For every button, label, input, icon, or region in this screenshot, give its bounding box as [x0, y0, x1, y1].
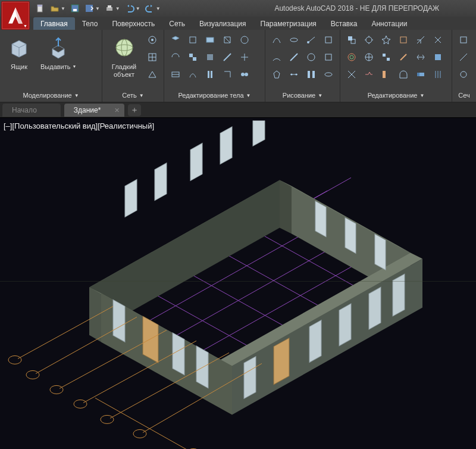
vp-style[interactable]: [Реалистичный]: [98, 121, 154, 130]
draw-tool[interactable]: [303, 67, 319, 82]
panel-title-solidedit[interactable]: Редактирование тела▼: [168, 90, 261, 102]
edit-tool[interactable]: [413, 32, 428, 48]
qat-new-button[interactable]: [34, 2, 47, 15]
solidedit-tool[interactable]: [237, 67, 252, 82]
qat-open-button[interactable]: [48, 2, 61, 15]
edit-tool[interactable]: [396, 32, 411, 48]
draw-tool[interactable]: [269, 67, 284, 82]
edit-tool[interactable]: [344, 67, 359, 82]
ribbon-tab-annotations[interactable]: Аннотации: [364, 17, 414, 30]
tool-box[interactable]: Ящик: [4, 32, 35, 72]
tool-smooth-object[interactable]: Гладкий объект: [106, 32, 142, 79]
qat-undo-button[interactable]: [123, 2, 136, 15]
draw-tool[interactable]: [321, 49, 336, 65]
edit-tool[interactable]: [361, 32, 377, 48]
doc-tab-start[interactable]: Начало: [2, 104, 61, 117]
draw-tool[interactable]: [321, 67, 336, 82]
draw-tool[interactable]: [269, 32, 284, 48]
vp-view[interactable]: [Пользовательский вид]: [12, 121, 98, 130]
edit-tool[interactable]: [361, 67, 377, 82]
solidedit-tool[interactable]: [220, 32, 235, 48]
edit-tool[interactable]: [344, 49, 359, 65]
svg-point-63: [8, 356, 21, 364]
edit-tool[interactable]: [378, 67, 394, 82]
draw-tool[interactable]: [303, 49, 319, 65]
qat-save-button[interactable]: [68, 2, 82, 15]
panel-title-edit[interactable]: Редактирование▼: [344, 90, 448, 102]
qat-print-button[interactable]: [103, 2, 116, 15]
edit-tool[interactable]: [396, 49, 411, 65]
edit-tool[interactable]: [378, 49, 394, 65]
solidedit-tool[interactable]: [168, 32, 183, 48]
svg-rect-46: [155, 163, 167, 201]
solidedit-tool[interactable]: [168, 49, 183, 65]
panel-title-draw[interactable]: Рисование▼: [269, 90, 336, 102]
chevron-down-icon[interactable]: ▼: [115, 6, 120, 11]
solidedit-tool[interactable]: [202, 49, 218, 65]
mesh-tool-3[interactable]: [145, 67, 160, 82]
solidedit-tool[interactable]: [220, 49, 235, 65]
model-viewport[interactable]: [–][Пользовательский вид][Реалистичный]: [0, 118, 476, 449]
edit-tool[interactable]: [378, 32, 394, 48]
edit-tool[interactable]: [413, 49, 428, 65]
solidedit-tool[interactable]: [168, 67, 183, 82]
svg-rect-49: [253, 120, 265, 146]
svg-rect-39: [435, 54, 441, 60]
panel-title-mesh[interactable]: Сеть▼: [106, 90, 160, 102]
edit-tool[interactable]: [430, 67, 446, 82]
edit-tool[interactable]: [430, 49, 446, 65]
redo-icon: [145, 4, 155, 13]
solidedit-tool[interactable]: [202, 32, 218, 48]
chevron-down-icon[interactable]: ▼: [136, 6, 140, 11]
svg-rect-33: [400, 37, 406, 43]
new-tab-button[interactable]: ＋: [128, 104, 141, 116]
svg-point-66: [74, 400, 87, 408]
app-menu-button[interactable]: ▼: [1, 1, 30, 30]
solidedit-tool[interactable]: [185, 67, 201, 82]
mesh-tool-2[interactable]: [145, 49, 160, 65]
solidedit-tool[interactable]: [185, 49, 201, 65]
solidedit-tool[interactable]: [237, 49, 252, 65]
draw-tool[interactable]: [269, 49, 284, 65]
draw-tool[interactable]: [286, 67, 302, 82]
qat-redo-button[interactable]: [143, 2, 156, 15]
solidedit-tool[interactable]: [220, 67, 235, 82]
qat-saveas-button[interactable]: [83, 2, 96, 15]
chevron-down-icon[interactable]: ▼: [61, 6, 65, 11]
edit-tool[interactable]: [344, 32, 359, 48]
chevron-down-icon[interactable]: ▼: [95, 6, 100, 11]
svg-point-26: [308, 54, 315, 61]
ribbon-tab-insert[interactable]: Вставка: [324, 17, 365, 30]
panel-title-modeling[interactable]: Моделирование▼: [4, 90, 98, 102]
solidedit-tool[interactable]: [202, 67, 218, 82]
panel-title-section[interactable]: Сеч: [456, 90, 472, 102]
vp-toggle[interactable]: [–]: [4, 121, 12, 130]
draw-tool[interactable]: [321, 32, 336, 48]
tool-extrude[interactable]: Выдавить▼: [37, 32, 80, 72]
edit-tool[interactable]: [413, 67, 428, 82]
draw-tool[interactable]: [286, 32, 302, 48]
edit-tool[interactable]: [430, 32, 446, 48]
ribbon-tab-visualization[interactable]: Визуализация: [192, 17, 253, 30]
ribbon-tab-body[interactable]: Тело: [75, 17, 105, 30]
close-icon[interactable]: ✕: [114, 107, 120, 114]
draw-tool[interactable]: [286, 49, 302, 65]
panel-solid-edit: Редактирование тела▼: [164, 30, 265, 102]
ribbon-tab-main[interactable]: Главная: [33, 17, 75, 30]
ribbon-tab-parametrization[interactable]: Параметризация: [253, 17, 324, 30]
doc-tab-building[interactable]: Здание* ✕: [64, 104, 125, 117]
ribbon-tab-mesh[interactable]: Сеть: [162, 17, 192, 30]
ribbon-tab-surface[interactable]: Поверхность: [105, 17, 162, 30]
mesh-tool-1[interactable]: [145, 32, 160, 48]
edit-tool[interactable]: [361, 49, 377, 65]
edit-tool[interactable]: [396, 67, 411, 82]
solidedit-tool[interactable]: [237, 32, 252, 48]
draw-tool[interactable]: [303, 32, 319, 48]
ribbon-body: Ящик Выдавить▼ Моделирование▼: [0, 30, 476, 102]
solidedit-tool[interactable]: [185, 32, 201, 48]
chevron-down-icon[interactable]: ▼: [156, 6, 161, 11]
section-tool[interactable]: [456, 32, 471, 48]
section-tool[interactable]: [456, 67, 471, 82]
saveas-icon: [84, 4, 94, 13]
section-tool[interactable]: [456, 49, 471, 65]
